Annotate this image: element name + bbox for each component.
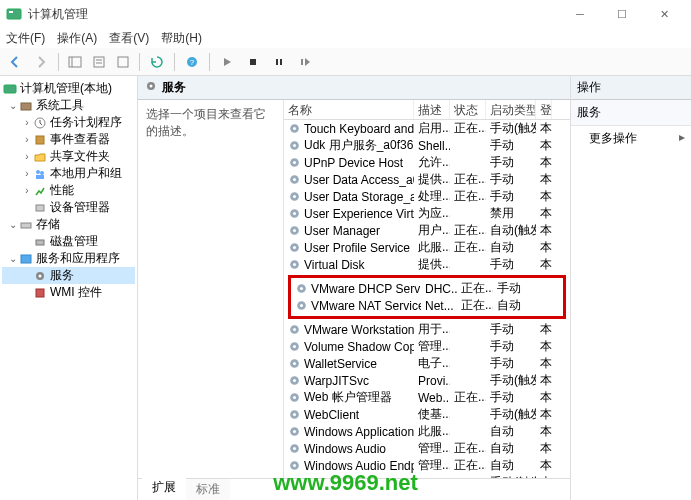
- toolbar-divider: [209, 53, 210, 71]
- maximize-button[interactable]: ☐: [601, 1, 643, 27]
- service-row[interactable]: UPnP Device Host允许...手动本: [284, 154, 570, 171]
- svg-point-35: [293, 161, 296, 164]
- svg-point-43: [293, 229, 296, 232]
- svg-rect-7: [118, 57, 128, 67]
- service-row[interactable]: User Experience Virtualizati...为应...禁用本: [284, 205, 570, 222]
- tree-disk-management[interactable]: 磁盘管理: [2, 233, 135, 250]
- center-header: 服务: [138, 76, 570, 100]
- svg-rect-22: [21, 223, 31, 228]
- center-pane: 服务 选择一个项目来查看它的描述。 名称 描述 状态 启动类型 登 Touch …: [138, 76, 571, 500]
- service-row[interactable]: User Profile Service此服...正在...自动本: [284, 239, 570, 256]
- svg-point-39: [293, 195, 296, 198]
- service-row[interactable]: Virtual Disk提供...手动本: [284, 256, 570, 273]
- service-row[interactable]: WebClient使基...手动(触发...本: [284, 406, 570, 423]
- tree-system-tools[interactable]: ⌄ 系统工具: [2, 97, 135, 114]
- service-row[interactable]: User Manager用户...正在...自动(触发...本: [284, 222, 570, 239]
- service-row[interactable]: WalletService电子...手动本: [284, 355, 570, 372]
- help-button[interactable]: ?: [181, 51, 203, 73]
- column-logon[interactable]: 登: [536, 100, 552, 119]
- service-row[interactable]: VMware NAT ServiceNet...正在...自动: [291, 297, 563, 314]
- tree-wmi[interactable]: WMI 控件: [2, 284, 135, 301]
- svg-rect-21: [36, 205, 44, 211]
- tree-root[interactable]: 计算机管理(本地): [2, 80, 135, 97]
- close-button[interactable]: ✕: [643, 1, 685, 27]
- svg-rect-0: [7, 9, 21, 19]
- service-row[interactable]: Udk 用户服务_a0f36b9Shell...手动本: [284, 137, 570, 154]
- service-row[interactable]: Windows Audio管理...正在...自动本: [284, 440, 570, 457]
- title-bar: 计算机管理 ─ ☐ ✕: [0, 0, 691, 28]
- tree-event-viewer[interactable]: › 事件查看器: [2, 131, 135, 148]
- svg-rect-27: [36, 289, 44, 297]
- svg-point-18: [36, 170, 40, 174]
- svg-point-63: [293, 413, 296, 416]
- service-row[interactable]: VMware Workstation Server用于...手动本: [284, 321, 570, 338]
- toolbar-divider: [58, 53, 59, 71]
- navigation-tree: 计算机管理(本地) ⌄ 系统工具 › 任务计划程序 › 事件查看器 › 共享文件…: [0, 76, 138, 500]
- service-row[interactable]: Touch Keyboard and Hand...启用...正在...手动(触…: [284, 120, 570, 137]
- svg-point-45: [293, 246, 296, 249]
- service-row[interactable]: Windows Application Mana...此服...自动本: [284, 423, 570, 440]
- refresh-button[interactable]: [146, 51, 168, 73]
- column-desc[interactable]: 描述: [414, 100, 450, 119]
- svg-point-41: [293, 212, 296, 215]
- tree-shared-folders[interactable]: › 共享文件夹: [2, 148, 135, 165]
- svg-rect-11: [276, 59, 278, 65]
- menu-view[interactable]: 查看(V): [109, 30, 149, 47]
- minimize-button[interactable]: ─: [559, 1, 601, 27]
- start-button[interactable]: [216, 51, 238, 73]
- svg-rect-23: [36, 240, 44, 245]
- tree-device-manager[interactable]: 设备管理器: [2, 199, 135, 216]
- pause-button[interactable]: [268, 51, 290, 73]
- properties-button[interactable]: [89, 51, 109, 73]
- service-row[interactable]: Web 帐户管理器Web...正在...手动本: [284, 389, 570, 406]
- back-button[interactable]: [4, 51, 26, 73]
- restart-button[interactable]: [294, 51, 316, 73]
- service-row[interactable]: WarpJITSvcProvi...手动(触发...本: [284, 372, 570, 389]
- tab-extended[interactable]: 扩展: [142, 477, 186, 500]
- svg-point-51: [300, 304, 303, 307]
- svg-rect-4: [94, 57, 104, 67]
- app-icon: [6, 6, 22, 22]
- svg-point-67: [293, 447, 296, 450]
- tree-performance[interactable]: › 性能: [2, 182, 135, 199]
- svg-point-19: [40, 171, 44, 175]
- actions-more[interactable]: 更多操作 ▸: [571, 126, 691, 151]
- show-hide-tree-button[interactable]: [65, 51, 85, 73]
- svg-rect-12: [280, 59, 282, 65]
- service-row[interactable]: Volume Shadow Copy管理...手动本: [284, 338, 570, 355]
- menu-file[interactable]: 文件(F): [6, 30, 45, 47]
- tree-storage[interactable]: ⌄ 存储: [2, 216, 135, 233]
- tree-task-scheduler[interactable]: › 任务计划程序: [2, 114, 135, 131]
- service-row[interactable]: User Data Storage_a0f36b9处理...正在...手动本: [284, 188, 570, 205]
- svg-point-65: [293, 430, 296, 433]
- tab-standard[interactable]: 标准: [186, 479, 230, 500]
- svg-rect-14: [4, 85, 16, 93]
- tree-services-apps[interactable]: ⌄ 服务和应用程序: [2, 250, 135, 267]
- svg-point-55: [293, 345, 296, 348]
- column-startup[interactable]: 启动类型: [486, 100, 536, 119]
- toolbar-divider: [139, 53, 140, 71]
- column-name[interactable]: 名称: [284, 100, 414, 119]
- menu-help[interactable]: 帮助(H): [161, 30, 202, 47]
- column-status[interactable]: 状态: [450, 100, 486, 119]
- svg-point-31: [293, 127, 296, 130]
- service-row[interactable]: User Data Access_a0f36b9提供...正在...手动本: [284, 171, 570, 188]
- service-row[interactable]: Windows Audio Endpoint B...管理...正在...自动本: [284, 457, 570, 474]
- tree-services[interactable]: 服务: [2, 267, 135, 284]
- window-title: 计算机管理: [28, 6, 559, 23]
- svg-rect-10: [250, 59, 256, 65]
- svg-rect-15: [21, 103, 31, 110]
- svg-rect-24: [21, 255, 31, 263]
- actions-section-title: 服务: [571, 100, 691, 126]
- svg-rect-1: [9, 11, 13, 13]
- tree-local-users[interactable]: › 本地用户和组: [2, 165, 135, 182]
- center-title: 服务: [162, 79, 186, 96]
- list-header: 名称 描述 状态 启动类型 登: [284, 100, 570, 120]
- stop-button[interactable]: [242, 51, 264, 73]
- forward-button[interactable]: [30, 51, 52, 73]
- svg-rect-20: [36, 175, 44, 179]
- service-row[interactable]: VMware DHCP ServiceDHC...正在...手动: [291, 280, 563, 297]
- menu-action[interactable]: 操作(A): [57, 30, 97, 47]
- toolbar: ?: [0, 48, 691, 76]
- export-button[interactable]: [113, 51, 133, 73]
